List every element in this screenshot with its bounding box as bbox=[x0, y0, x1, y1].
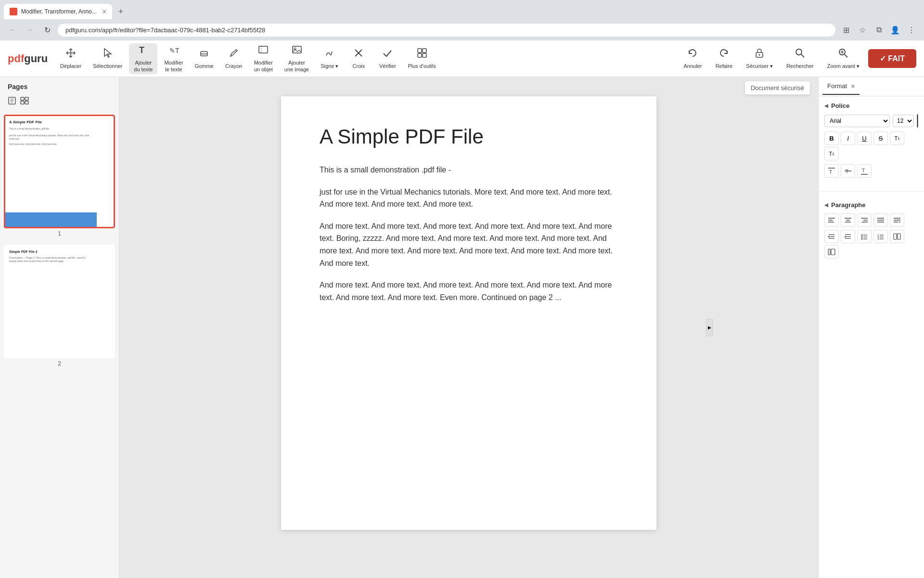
forward-button[interactable]: → bbox=[23, 23, 37, 37]
columns-left-button[interactable] bbox=[890, 230, 904, 243]
plus-outils-icon bbox=[417, 48, 427, 61]
align-justify2-button[interactable] bbox=[890, 213, 904, 227]
tool-croix[interactable]: Croix bbox=[345, 43, 372, 74]
align-right-button[interactable] bbox=[857, 213, 872, 227]
refresh-button[interactable]: ↻ bbox=[40, 23, 54, 37]
collapse-panel-button[interactable]: ▶ bbox=[706, 319, 713, 336]
modifier-objet-icon bbox=[258, 44, 269, 58]
svg-rect-28 bbox=[21, 101, 24, 104]
tool-refaire[interactable]: Refaire bbox=[710, 43, 737, 74]
annuler-icon bbox=[687, 48, 698, 61]
extensions-button[interactable]: ⧉ bbox=[872, 23, 886, 37]
tool-annuler-label: Annuler bbox=[683, 63, 702, 69]
page-number-1: 1 bbox=[4, 228, 115, 239]
bold-button[interactable]: B bbox=[824, 131, 839, 145]
bookmark-star-button[interactable]: ☆ bbox=[856, 23, 869, 37]
fait-button[interactable]: ✓ FAIT bbox=[868, 49, 916, 68]
ajouter-texte-icon: T bbox=[138, 44, 149, 58]
page-thumbnail-2[interactable]: Simple PDF File 2 Continuation — Page 2.… bbox=[4, 245, 115, 358]
paragraphe-collapse-arrow[interactable]: ◀ bbox=[824, 202, 828, 208]
tool-signe[interactable]: Signe ▾ bbox=[316, 43, 343, 74]
signe-icon bbox=[324, 48, 335, 61]
doc-paragraph-3: And more text. And more text. And more t… bbox=[320, 220, 618, 269]
svg-text:3.: 3. bbox=[877, 237, 880, 240]
align-left-button[interactable] bbox=[824, 213, 839, 227]
tool-securiser[interactable]: Sécuriser ▾ bbox=[741, 43, 778, 74]
tool-modifier-texte-label: Modifierle texte bbox=[164, 60, 183, 72]
font-size-select[interactable]: 12 14 16 bbox=[893, 115, 914, 127]
address-bar[interactable] bbox=[58, 24, 835, 37]
superscript-button[interactable]: T1 bbox=[890, 131, 904, 145]
svg-rect-4 bbox=[259, 46, 268, 53]
selectionner-icon bbox=[103, 48, 113, 61]
format-tab-bar: Format × bbox=[819, 77, 924, 96]
back-button[interactable]: ← bbox=[6, 23, 19, 37]
align-justify-button[interactable] bbox=[873, 213, 888, 227]
format-tab[interactable]: Format × bbox=[822, 79, 860, 95]
translate-button[interactable]: ⊞ bbox=[839, 23, 853, 37]
text-bottom-button[interactable]: T bbox=[857, 164, 872, 178]
gomme-icon bbox=[199, 48, 209, 61]
tool-zoom[interactable]: Zoom avant ▾ bbox=[822, 43, 864, 74]
indent-decrease-button[interactable] bbox=[824, 230, 839, 243]
page-thumbnail-1[interactable]: A Simple PDF File This is a small demons… bbox=[4, 115, 115, 228]
tool-selectionner[interactable]: Sélectionner bbox=[88, 43, 127, 74]
profile-button[interactable]: 👤 bbox=[888, 23, 902, 37]
zoom-icon bbox=[838, 48, 848, 61]
tool-plus-outils[interactable]: Plus d'outils bbox=[403, 43, 440, 74]
text-middle-button[interactable]: T bbox=[841, 164, 855, 178]
doc-area: Document sécurisé ▶ A Simple PDF File Th… bbox=[119, 77, 818, 578]
tool-modifier-objet[interactable]: Modifierun objet bbox=[249, 43, 278, 74]
svg-text:T: T bbox=[139, 45, 144, 55]
svg-point-62 bbox=[861, 238, 863, 240]
logo-guru: guru bbox=[24, 53, 48, 65]
doc-paragraph-4: And more text. And more text. And more t… bbox=[320, 279, 618, 303]
format-tab-close-button[interactable]: × bbox=[851, 82, 855, 90]
main-layout: Pages A Simple PDF File This is a small … bbox=[0, 77, 924, 578]
tool-signe-label: Signe ▾ bbox=[321, 63, 338, 69]
police-section-label: Police bbox=[831, 102, 849, 109]
verifier-icon bbox=[382, 48, 393, 61]
tool-gomme[interactable]: Gomme bbox=[190, 43, 218, 74]
indent-increase-button[interactable] bbox=[841, 230, 855, 243]
tool-crayon-label: Crayon bbox=[225, 63, 242, 69]
columns-right-button[interactable] bbox=[824, 245, 839, 259]
tab-close-button[interactable]: × bbox=[103, 8, 106, 15]
browser-tab-active[interactable]: Modifier, Transformer, Anno... × bbox=[4, 4, 112, 19]
align-center-button[interactable] bbox=[841, 213, 855, 227]
page-item-2[interactable]: Simple PDF File 2 Continuation — Page 2.… bbox=[4, 245, 115, 369]
tool-deplacer[interactable]: Déplacer bbox=[55, 43, 86, 74]
tool-ajouter-image-label: Ajouterune image bbox=[284, 60, 309, 72]
svg-rect-72 bbox=[828, 249, 830, 255]
strikethrough-button[interactable]: S bbox=[873, 131, 888, 145]
underline-button[interactable]: U bbox=[857, 131, 872, 145]
pages-header: Pages bbox=[0, 77, 119, 94]
list-unordered-button[interactable] bbox=[857, 230, 872, 243]
menu-button[interactable]: ⋮ bbox=[905, 23, 918, 37]
new-tab-button[interactable]: + bbox=[114, 5, 128, 18]
pages-tool-btn-1[interactable] bbox=[8, 96, 16, 107]
tool-ajouter-image[interactable]: Ajouterune image bbox=[280, 43, 314, 74]
pages-sidebar: Pages A Simple PDF File This is a small … bbox=[0, 77, 119, 578]
police-section-header: ◀ Police bbox=[824, 102, 918, 109]
tool-securiser-label: Sécuriser ▾ bbox=[746, 63, 773, 69]
tool-verifier[interactable]: Vérifier bbox=[374, 43, 401, 74]
font-color-swatch[interactable] bbox=[917, 114, 918, 128]
svg-rect-10 bbox=[418, 49, 422, 53]
text-top-button[interactable]: T bbox=[824, 164, 839, 178]
tool-crayon[interactable]: Crayon bbox=[220, 43, 247, 74]
tool-modifier-texte[interactable]: ✎T Modifierle texte bbox=[159, 43, 188, 74]
italic-button[interactable]: I bbox=[841, 131, 855, 145]
font-family-select[interactable]: Arial Times New Roman Helvetica bbox=[824, 115, 890, 127]
police-collapse-arrow[interactable]: ◀ bbox=[824, 103, 828, 108]
tool-ajouter-texte[interactable]: T Ajouterdu texte bbox=[129, 43, 157, 74]
tool-annuler[interactable]: Annuler bbox=[679, 43, 706, 74]
tool-rechercher[interactable]: Rechercher bbox=[782, 43, 819, 74]
page-thumb-content-2: Simple PDF File 2 Continuation — Page 2.… bbox=[5, 246, 97, 357]
page-item-1[interactable]: A Simple PDF File This is a small demons… bbox=[4, 115, 115, 239]
list-ordered-button[interactable]: 1.2.3. bbox=[873, 230, 888, 243]
subscript-button[interactable]: T1 bbox=[824, 147, 839, 160]
browser-chrome: Modifier, Transformer, Anno... × + ← → ↻… bbox=[0, 0, 924, 40]
svg-point-15 bbox=[759, 54, 760, 55]
pages-tool-btn-2[interactable] bbox=[20, 96, 29, 107]
